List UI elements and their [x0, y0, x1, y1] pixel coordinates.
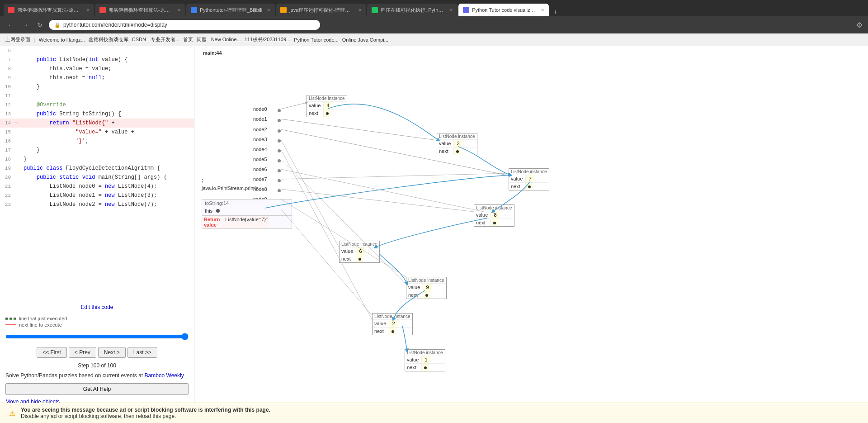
notification-bar: ⚠ You are seeing this message because ad…: [0, 403, 868, 407]
tab-close-2[interactable]: ✕: [177, 8, 181, 13]
ptr-dot-4: [493, 222, 496, 224]
node-label-7: node7: [253, 176, 267, 182]
code-line-18: 18 }: [0, 155, 194, 164]
svg-line-5: [281, 159, 406, 284]
tab-6[interactable]: Python Tutor code visualizer... ✕: [458, 4, 549, 16]
node0-dot: [278, 109, 281, 112]
node7-dot: [278, 179, 281, 182]
address-bar-row: ← → ↻ 🔒 pythontutor.com/render.html#mode…: [0, 16, 868, 33]
ln-field-value-5: value 6: [340, 247, 379, 255]
code-line-10: 10 }: [0, 82, 194, 91]
legend-green: line that just executed: [5, 316, 189, 321]
tab-4[interactable]: java程序运行可视化-哔哩哔... ✕: [276, 4, 366, 16]
next-button[interactable]: Next >: [98, 347, 126, 358]
ln-field-value-7: value 2: [373, 320, 412, 328]
reload-button[interactable]: ↻: [34, 21, 45, 29]
ln-field-value-8: value 1: [405, 356, 445, 364]
bookmark-6[interactable]: 111板书/20231109...: [245, 36, 291, 43]
tab-3[interactable]: Pythontutor-哔哩哔哩_Bilibili ✕: [186, 4, 275, 16]
tostring-frame: toString:14 this Returnvalue "ListNode{v…: [202, 199, 292, 229]
code-line-17: 17 }: [0, 146, 194, 155]
bookmark-7[interactable]: Python Tutor code...: [294, 37, 338, 43]
bookmark-3[interactable]: CSDN - 专业开发者...: [132, 36, 179, 43]
puzzle-link[interactable]: Bamboo Weekly: [145, 372, 184, 379]
svg-line-3: [281, 139, 339, 247]
tab-favicon-5: [372, 7, 378, 13]
listnode-box-6: ListNode instance value 9 next: [406, 277, 447, 299]
code-line-13: 13 public String toString() {: [0, 109, 194, 119]
bookmark-1[interactable]: Welcome to Hangz...: [39, 37, 85, 43]
listnode-box-4: ListNode instance value 8 next: [474, 204, 514, 227]
bookmark-0[interactable]: 上网登录面: [5, 36, 30, 43]
extensions-icon[interactable]: ⚙: [856, 21, 863, 29]
address-bar[interactable]: 🔒 pythontutor.com/render.html#mode=displ…: [49, 20, 320, 30]
ln-field-value-6: value 9: [406, 284, 446, 291]
edit-code-link[interactable]: Edit this code: [80, 304, 113, 310]
code-line-16: 16 '}';: [0, 137, 194, 146]
code-line-20: 20 public static void main(String[] args…: [0, 173, 194, 182]
green-line-icon: [5, 318, 16, 320]
back-button[interactable]: ←: [5, 21, 16, 29]
tab-favicon-4: [280, 7, 287, 13]
listnode-box-8: ListNode instance value 1 next: [405, 349, 445, 371]
code-line-12: 12 @Override: [0, 100, 194, 109]
tostring-this-row: this: [202, 207, 292, 214]
legend: line that just executed next line to exe…: [0, 313, 194, 331]
ln-field-value-1: value 4: [307, 102, 347, 109]
node6-dot: [278, 169, 281, 172]
ai-help-button[interactable]: Get AI Help: [5, 383, 189, 395]
ln-field-next-8: next: [405, 364, 445, 371]
edit-link: Edit this code: [0, 301, 194, 313]
first-button[interactable]: << First: [37, 347, 67, 358]
node-label-0: node0: [253, 106, 267, 112]
tab-close-5[interactable]: ✕: [449, 8, 453, 13]
ptr-dot-1: [326, 112, 329, 115]
step-slider[interactable]: [5, 333, 189, 340]
new-tab-button[interactable]: +: [550, 8, 561, 16]
bookmark-4[interactable]: 首页: [183, 36, 193, 43]
code-line-11: 11: [0, 91, 194, 100]
puzzle-row: Solve Python/Pandas puzzles based on cur…: [0, 370, 194, 381]
ln-title-7: ListNode instance: [373, 314, 412, 320]
listnode-box-2: ListNode instance value 3 next: [437, 133, 477, 155]
tab-close-3[interactable]: ✕: [267, 8, 270, 13]
last-button[interactable]: Last >>: [127, 347, 157, 358]
tab-close-1[interactable]: ✕: [86, 8, 90, 13]
code-line-7: 7 public ListNode(int value) {: [0, 55, 194, 64]
tab-5[interactable]: 程序在线可视化执行, Python/... ✕: [367, 4, 458, 16]
bookmark-2[interactable]: 鑫德科技游戏仓库: [89, 36, 128, 43]
forward-button[interactable]: →: [20, 21, 31, 29]
ln-field-next-4: next: [474, 219, 514, 226]
ptr-dot-2: [456, 150, 459, 153]
return-row: Returnvalue "ListNode{value=7}": [202, 215, 292, 228]
listnode-box-5: ListNode instance value 6 next: [339, 241, 380, 263]
node-label-5: node5: [253, 157, 267, 162]
bookmark-5[interactable]: 问题 - New Online...: [197, 36, 241, 43]
ln-title-2: ListNode instance: [437, 133, 477, 140]
listnode-box-1: ListNode instance value 4 next: [307, 95, 347, 117]
tab-close-4[interactable]: ✕: [358, 8, 362, 13]
ln-title-6: ListNode instance: [406, 277, 446, 284]
code-line-15: 15 "value=" + value +: [0, 128, 194, 137]
ln-field-next-1: next: [307, 109, 347, 117]
svg-line-4: [281, 149, 372, 320]
tab-label-1: 弗洛伊德循环查找算法-原理-C...: [17, 7, 81, 14]
bookmark-8[interactable]: Online Java Compi...: [342, 37, 388, 43]
browser-chrome: 弗洛伊德循环查找算法-原理-C... ✕ 弗洛伊德循环查找算法-原理-C... …: [0, 0, 868, 46]
ln-field-next-7: next: [373, 328, 412, 335]
tab-label-2: 弗洛伊德循环查找算法-原理-C...: [108, 7, 173, 14]
code-line-9: 9 this.next = null;: [0, 73, 194, 82]
node5-dot: [278, 159, 281, 162]
tab-close-6[interactable]: ✕: [541, 8, 544, 13]
prev-button[interactable]: < Prev: [69, 347, 96, 358]
red-line-icon: [5, 324, 16, 325]
address-text: pythontutor.com/render.html#mode=display: [63, 22, 167, 28]
node-label-6: node6: [253, 166, 267, 172]
tab-favicon-6: [463, 7, 469, 13]
node-label-3: node3: [253, 137, 267, 142]
code-line-14: 14 → return "ListNode{" +: [0, 119, 194, 128]
tab-1[interactable]: 弗洛伊德循环查找算法-原理-C... ✕: [4, 4, 94, 16]
svg-line-6: [281, 169, 484, 212]
tab-2[interactable]: 弗洛伊德循环查找算法-原理-C... ✕: [95, 4, 185, 16]
red-legend-label: next line to execute: [19, 322, 62, 328]
